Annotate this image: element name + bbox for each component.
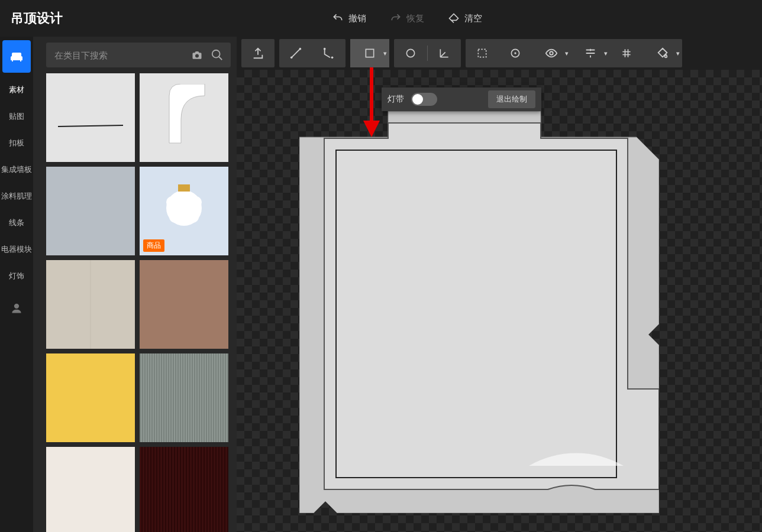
search-bar [46, 43, 231, 67]
rail-user-button[interactable] [0, 295, 33, 322]
search-input[interactable] [54, 50, 187, 60]
material-thumb-ceiling-light[interactable]: 商品 [140, 167, 228, 255]
exit-draw-button[interactable]: 退出绘制 [488, 90, 535, 108]
svg-point-16 [514, 52, 516, 54]
svg-point-3 [166, 196, 178, 208]
rectangle-icon [364, 47, 376, 59]
rail-tab-panel[interactable]: 扣板 [0, 129, 33, 156]
rail-tab-line[interactable]: 线条 [0, 209, 33, 236]
user-icon [11, 303, 22, 314]
redo-button[interactable]: 恢复 [390, 12, 424, 24]
camera-button[interactable] [187, 50, 207, 60]
polyline-icon [322, 47, 335, 60]
svg-rect-14 [478, 49, 486, 57]
rail-tab-paint[interactable]: 涂料肌理 [0, 183, 33, 209]
svg-point-13 [406, 49, 414, 57]
material-thumb-trim-thin[interactable] [46, 73, 135, 162]
app-title: 吊顶设计 [11, 9, 63, 27]
material-thumb-solid-cream[interactable] [46, 447, 135, 532]
fill-tool-button[interactable]: ▾ [643, 39, 682, 67]
svg-point-4 [190, 196, 202, 208]
lightstrip-toggle[interactable] [411, 93, 437, 106]
rail-tab-texture[interactable]: 贴图 [0, 103, 33, 129]
angle-tool-button[interactable] [428, 39, 461, 67]
eye-icon [545, 47, 558, 60]
select-tool-button[interactable] [466, 39, 499, 67]
svg-rect-12 [366, 49, 373, 57]
material-thumb-fabric-beige[interactable] [46, 260, 135, 349]
disc-tool-button[interactable] [499, 39, 532, 67]
svg-point-6 [187, 211, 199, 223]
chevron-down-icon: ▾ [604, 50, 608, 57]
rail-tab-lighting[interactable]: 灯饰 [0, 262, 33, 289]
rail-tab-wallpanel[interactable]: 集成墙板 [0, 156, 33, 183]
lightstrip-label: 灯带 [388, 94, 404, 105]
camera-icon [191, 50, 203, 60]
search-button[interactable] [207, 48, 227, 61]
material-thumb-solid-yellow[interactable] [46, 353, 135, 442]
top-bar: 吊顶设计 撤销 恢复 清空 [0, 0, 762, 37]
material-grid: 商品 [46, 73, 231, 532]
circle-tool-button[interactable] [394, 39, 427, 67]
room-plan [299, 111, 659, 513]
angle-icon [438, 47, 450, 59]
rectangle-tool-button[interactable]: ▾ [350, 39, 389, 67]
svg-point-11 [331, 57, 334, 59]
material-thumb-striped-gray[interactable] [140, 353, 228, 442]
chevron-down-icon: ▾ [565, 50, 569, 57]
chevron-down-icon: ▾ [676, 50, 680, 57]
line-icon [289, 47, 302, 60]
grid-tool-button[interactable] [610, 39, 643, 67]
grid-icon [621, 47, 632, 59]
bucket-icon [656, 47, 669, 60]
material-thumb-wood-dark[interactable] [140, 447, 228, 532]
upload-icon [251, 47, 264, 60]
material-thumb-plain-gray[interactable] [46, 167, 135, 255]
clear-icon [448, 12, 460, 24]
undo-icon [332, 12, 344, 24]
left-rail: 素材 贴图 扣板 集成墙板 涂料肌理 线条 电器模块 灯饰 [0, 37, 33, 532]
material-thumb-solid-brown[interactable] [140, 260, 228, 349]
product-badge: 商品 [143, 239, 164, 252]
view-tool-button[interactable]: ▾ [532, 39, 571, 67]
upload-button[interactable] [241, 39, 275, 67]
material-panel: 商品 [33, 37, 237, 532]
draw-mode-bar: 灯带 退出绘制 [382, 87, 541, 111]
svg-rect-20 [336, 150, 616, 478]
polyline-tool-button[interactable] [312, 39, 346, 67]
rail-tab-appliance[interactable]: 电器模块 [0, 236, 33, 262]
line-tool-button[interactable] [279, 39, 312, 67]
clear-button[interactable]: 清空 [448, 12, 482, 24]
svg-point-0 [212, 50, 220, 58]
svg-point-17 [550, 51, 553, 55]
material-thumb-cornice-molding[interactable] [140, 73, 228, 162]
svg-marker-19 [363, 121, 380, 137]
chevron-down-icon: ▾ [383, 50, 387, 57]
svg-point-8 [290, 57, 293, 59]
canvas-toolbar: ▾ ▾ ▾ ▾ [237, 37, 762, 70]
select-icon [476, 47, 488, 59]
align-icon [584, 47, 597, 60]
rail-main-button[interactable] [2, 40, 31, 73]
undo-button[interactable]: 撤销 [332, 12, 366, 24]
svg-point-10 [324, 48, 326, 50]
svg-rect-7 [178, 184, 190, 192]
align-tool-button[interactable]: ▾ [571, 39, 610, 67]
circle-icon [405, 47, 416, 59]
svg-point-5 [169, 211, 181, 223]
redo-icon [390, 12, 402, 24]
disc-icon [509, 47, 521, 59]
svg-point-9 [299, 48, 302, 50]
rail-tab-material[interactable]: 素材 [0, 76, 33, 103]
annotation-arrow [360, 67, 383, 138]
furniture-icon [9, 50, 24, 64]
search-icon [211, 48, 224, 61]
